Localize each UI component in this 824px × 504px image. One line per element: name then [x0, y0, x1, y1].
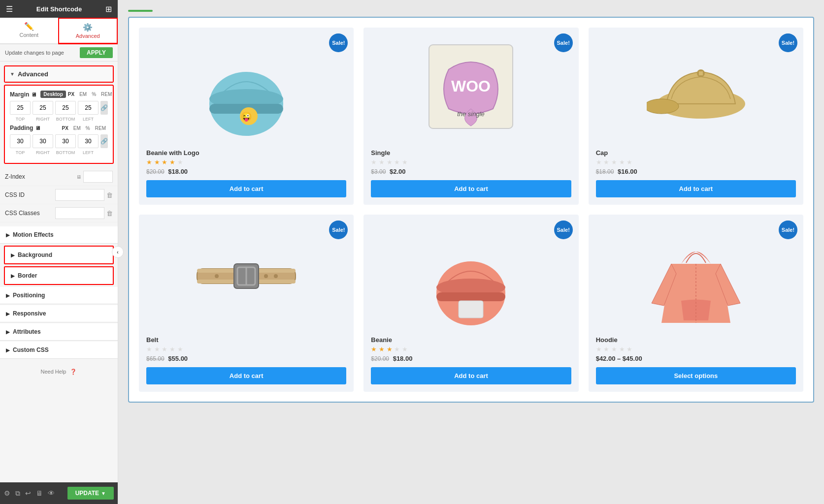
svg-point-18: [274, 274, 278, 278]
add-to-cart-4[interactable]: Add to cart: [146, 367, 346, 384]
sale-badge-3: Sale!: [779, 33, 797, 52]
select-options-6[interactable]: Select options: [596, 367, 796, 384]
margin-unit-percent[interactable]: %: [90, 91, 98, 97]
product-price-3: $18.00 $16.00: [596, 168, 796, 175]
padding-unit-em[interactable]: EM: [71, 125, 83, 131]
z-index-input[interactable]: [83, 171, 113, 183]
advanced-section-header[interactable]: ▼ Advanced: [5, 66, 113, 82]
background-header[interactable]: ▶ Background: [5, 247, 113, 263]
border-label: Border: [18, 272, 37, 279]
margin-top-label: TOP: [10, 117, 31, 122]
margin-link-button[interactable]: 🔗: [100, 101, 108, 115]
price-old-2: $3.00: [371, 168, 386, 175]
padding-left-input[interactable]: [78, 134, 99, 148]
price-new-2: $2.00: [390, 168, 406, 175]
product-price-5: $20.00 $18.00: [371, 355, 571, 362]
add-to-cart-5[interactable]: Add to cart: [371, 367, 571, 384]
svg-point-9: [647, 99, 679, 114]
need-help-container: Need Help ❓: [0, 360, 118, 405]
product-name-5: Beanie: [371, 336, 571, 344]
margin-bottom-input[interactable]: [55, 101, 76, 115]
padding-top-label: TOP: [10, 150, 31, 155]
margin-top-input[interactable]: [10, 101, 31, 115]
custom-css-arrow: ▶: [6, 347, 10, 353]
star4-1: ★: [146, 346, 152, 353]
margin-right-input[interactable]: [33, 101, 53, 115]
padding-unit-px[interactable]: PX: [60, 125, 70, 131]
update-button[interactable]: UPDATE ▼: [67, 487, 114, 500]
undo-icon[interactable]: ↩: [25, 489, 31, 497]
z-index-icon: 🖥: [76, 174, 81, 180]
margin-unit-em[interactable]: EM: [77, 91, 89, 97]
beanie-logo-svg: 😜: [202, 40, 291, 138]
product-image-5: [371, 222, 571, 330]
star6-3: ★: [611, 346, 617, 353]
grid-icon[interactable]: ⊞: [105, 4, 112, 14]
padding-top-input[interactable]: [10, 134, 31, 148]
product-image-2: WOO the single: [371, 35, 571, 143]
border-header[interactable]: ▶ Border: [5, 267, 113, 284]
css-id-trash-icon[interactable]: 🗑: [106, 191, 113, 199]
star-1: ★: [146, 158, 152, 166]
add-to-cart-2[interactable]: Add to cart: [371, 180, 571, 197]
content-icon: ✏️: [24, 22, 34, 31]
attributes-header[interactable]: ▶ Attributes: [0, 323, 118, 340]
padding-right-input[interactable]: [33, 134, 53, 148]
padding-unit-rem[interactable]: REM: [93, 125, 108, 131]
product-name-6: Hoodie: [596, 336, 796, 344]
positioning-label: Positioning: [13, 292, 45, 299]
css-id-input[interactable]: [55, 189, 104, 201]
padding-row: Padding 🖥 PX EM % REM: [10, 125, 108, 131]
product-image-4: [146, 222, 346, 330]
responsive-header[interactable]: ▶ Responsive: [0, 305, 118, 322]
star6-4: ★: [619, 346, 625, 353]
copy-icon[interactable]: ⧉: [15, 489, 20, 498]
advanced-label: Advanced: [18, 70, 48, 78]
custom-css-section: ▶ Custom CSS: [0, 342, 118, 359]
menu-icon[interactable]: ☰: [6, 4, 13, 14]
sidebar: ☰ Edit Shortcode ⊞ ✏️ Content ⚙️ Advance…: [0, 0, 118, 504]
positioning-header[interactable]: ▶ Positioning: [0, 287, 118, 304]
tab-advanced[interactable]: ⚙️ Advanced: [58, 18, 118, 44]
margin-bottom-label: BOTTOM: [55, 117, 76, 122]
settings-icon[interactable]: ⚙: [4, 489, 10, 497]
price-old-3: $18.00: [596, 168, 614, 175]
padding-bottom-input[interactable]: [55, 134, 76, 148]
price-new-3: $16.00: [618, 168, 637, 175]
z-index-label: Z-Index: [5, 173, 25, 180]
star3-2: ★: [603, 158, 609, 166]
svg-text:the single: the single: [458, 110, 485, 118]
star5-1: ★: [371, 346, 377, 353]
motion-effects-label: Motion Effects: [13, 231, 54, 238]
padding-label: Padding 🖥: [10, 125, 40, 131]
padding-left-label: LEFT: [78, 150, 99, 155]
add-to-cart-3[interactable]: Add to cart: [596, 180, 796, 197]
product-stars-6: ★ ★ ★ ★ ★: [596, 346, 796, 353]
collapse-toggle[interactable]: ‹: [112, 246, 124, 258]
attributes-label: Attributes: [13, 328, 41, 335]
eye-icon[interactable]: 👁: [48, 489, 55, 497]
beanie-pink-svg: [427, 224, 515, 328]
product-stars-2: ★ ★ ★ ★ ★: [371, 158, 571, 166]
sidebar-tabs: ✏️ Content ⚙️ Advanced: [0, 18, 118, 44]
star4-2: ★: [154, 346, 160, 353]
custom-css-header[interactable]: ▶ Custom CSS: [0, 342, 118, 358]
device-desktop-icon[interactable]: 🖥: [36, 489, 43, 497]
star-3: ★: [162, 158, 167, 166]
css-classes-input[interactable]: [55, 207, 104, 219]
motion-effects-header[interactable]: ▶ Motion Effects: [0, 226, 118, 243]
product-card-4: Sale!: [139, 215, 354, 392]
margin-left-input[interactable]: [78, 101, 99, 115]
star3-1: ★: [596, 158, 602, 166]
margin-unit-rem[interactable]: REM: [99, 91, 114, 97]
padding-link-button[interactable]: 🔗: [100, 134, 108, 148]
css-classes-trash-icon[interactable]: 🗑: [106, 210, 113, 217]
tab-content[interactable]: ✏️ Content: [0, 18, 58, 44]
svg-text:😜: 😜: [241, 111, 252, 122]
apply-button[interactable]: APPLY: [80, 47, 113, 58]
need-help-link[interactable]: Need Help ❓: [41, 369, 77, 375]
padding-unit-percent[interactable]: %: [84, 125, 92, 131]
top-indicator: [128, 10, 153, 12]
margin-unit-px[interactable]: PX: [66, 91, 76, 97]
add-to-cart-1[interactable]: Add to cart: [146, 180, 346, 197]
